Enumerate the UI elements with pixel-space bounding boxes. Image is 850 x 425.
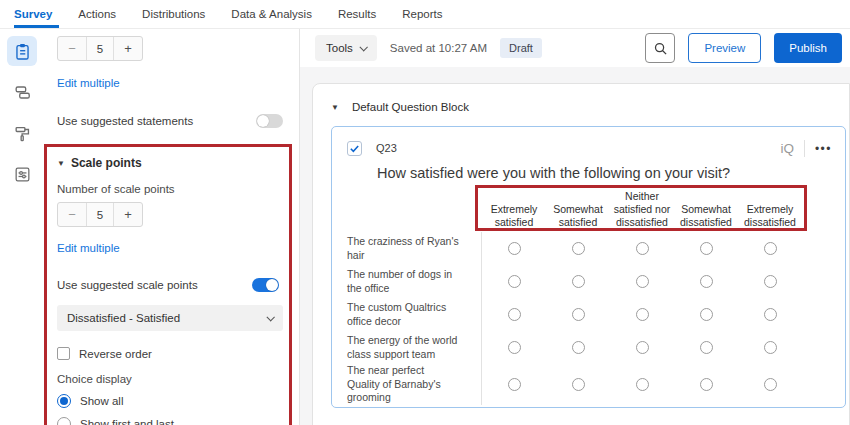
matrix-radio[interactable] xyxy=(636,341,649,354)
show-all-radio[interactable] xyxy=(57,394,71,408)
question-menu-button[interactable]: ••• xyxy=(815,142,832,156)
preview-button[interactable]: Preview xyxy=(688,33,761,63)
scale-points-count-stepper: − 5 + xyxy=(57,202,143,227)
iq-score-button[interactable]: iQ xyxy=(780,141,794,156)
question-header: Q23 xyxy=(347,138,845,158)
reverse-order-label: Reverse order xyxy=(79,348,152,360)
matrix-radio[interactable] xyxy=(636,275,649,288)
matrix-radio[interactable] xyxy=(508,242,521,255)
matrix-column-header[interactable]: Extremely dissatisfied xyxy=(738,187,802,232)
matrix-radio[interactable] xyxy=(572,275,585,288)
search-button[interactable] xyxy=(645,33,675,63)
chevron-down-icon xyxy=(266,313,274,321)
matrix-row: The craziness of Ryan's hair xyxy=(347,232,845,265)
qualtrics-survey-editor: Survey Actions Distributions Data & Anal… xyxy=(0,0,850,425)
matrix-radio[interactable] xyxy=(636,308,649,321)
tab-survey[interactable]: Survey xyxy=(14,0,65,28)
matrix-row: The number of dogs in the office xyxy=(347,265,845,298)
question-text[interactable]: How satisfied were you with the followin… xyxy=(377,165,845,181)
question-select-checkbox[interactable] xyxy=(347,141,362,156)
survey-options-icon[interactable] xyxy=(7,159,37,189)
matrix-radio[interactable] xyxy=(700,378,713,391)
matrix-radio[interactable] xyxy=(764,242,777,255)
show-all-label: Show all xyxy=(80,395,123,407)
publish-button[interactable]: Publish xyxy=(774,33,842,63)
block-title: Default Question Block xyxy=(352,101,469,113)
matrix-radio[interactable] xyxy=(572,242,585,255)
use-suggested-statements-toggle[interactable] xyxy=(256,114,283,128)
statements-minus-button[interactable]: − xyxy=(58,37,86,60)
scale-points-preset-value: Dissatisfied - Satisfied xyxy=(67,312,180,324)
matrix-radio[interactable] xyxy=(572,308,585,321)
matrix-radio[interactable] xyxy=(636,242,649,255)
tab-results[interactable]: Results xyxy=(325,0,389,28)
scale-points-minus-button[interactable]: − xyxy=(58,203,86,226)
matrix-radio[interactable] xyxy=(700,341,713,354)
matrix-radio[interactable] xyxy=(764,308,777,321)
scale-points-section-header[interactable]: ▼ Scale points xyxy=(57,156,279,170)
matrix-statement[interactable]: The craziness of Ryan's hair xyxy=(347,232,482,265)
show-first-last-label: Show first and last xyxy=(80,418,174,425)
edit-multiple-scale-points-link[interactable]: Edit multiple xyxy=(57,242,120,254)
matrix-row: The near perfect Quality of Barnaby's gr… xyxy=(347,364,845,397)
matrix-radio[interactable] xyxy=(764,341,777,354)
question-card-q23[interactable]: Q23 iQ ••• How satisfied were you with t… xyxy=(331,126,846,408)
tab-reports[interactable]: Reports xyxy=(389,0,455,28)
matrix-radio[interactable] xyxy=(572,341,585,354)
main-area: Tools Saved at 10:27 AM Draft Preview Pu… xyxy=(300,29,850,425)
question-block-container: ▼ Default Question Block Q23 xyxy=(312,83,850,425)
scale-points-count-value[interactable]: 5 xyxy=(86,203,114,226)
survey-flow-icon[interactable] xyxy=(7,77,37,107)
matrix-statement[interactable]: The near perfect Quality of Barnaby's gr… xyxy=(347,364,482,405)
matrix-radio[interactable] xyxy=(508,275,521,288)
tools-menu-button[interactable]: Tools xyxy=(315,35,377,61)
top-nav: Survey Actions Distributions Data & Anal… xyxy=(0,0,850,29)
matrix-statement[interactable]: The number of dogs in the office xyxy=(347,265,482,298)
scale-points-preset-dropdown[interactable]: Dissatisfied - Satisfied xyxy=(57,305,283,331)
survey-canvas: ▼ Default Question Block Q23 xyxy=(300,67,850,425)
scale-points-title: Scale points xyxy=(71,156,142,170)
show-first-last-radio[interactable] xyxy=(57,417,71,425)
matrix-radio[interactable] xyxy=(508,308,521,321)
statements-count-value[interactable]: 5 xyxy=(86,37,114,60)
matrix-column-header[interactable]: Neither satisfied nor dissatisfied xyxy=(610,187,674,232)
number-of-scale-points-label: Number of scale points xyxy=(57,183,279,195)
block-collapse-arrow-icon: ▼ xyxy=(331,103,339,112)
matrix-statement[interactable]: The energy of the world class support te… xyxy=(347,331,482,364)
tab-data-analysis[interactable]: Data & Analysis xyxy=(218,0,325,28)
editor-icon-strip xyxy=(0,29,44,425)
matrix-column-header[interactable]: Somewhat satisfied xyxy=(546,187,610,232)
matrix-column-header[interactable]: Somewhat dissatisfied xyxy=(674,187,738,232)
show-first-last-row: Show first and last xyxy=(57,417,279,425)
question-edit-panel: − 5 + Edit multiple Use suggested statem… xyxy=(44,29,300,425)
matrix-radio[interactable] xyxy=(700,308,713,321)
survey-builder-icon[interactable] xyxy=(7,36,37,66)
matrix-radio[interactable] xyxy=(764,275,777,288)
matrix-radio[interactable] xyxy=(700,275,713,288)
matrix-radio[interactable] xyxy=(764,378,777,391)
matrix-radio[interactable] xyxy=(508,341,521,354)
scale-points-plus-button[interactable]: + xyxy=(114,203,142,226)
matrix-radio[interactable] xyxy=(508,378,521,391)
checkmark-icon xyxy=(349,143,360,154)
tab-actions[interactable]: Actions xyxy=(65,0,129,28)
matrix-statement[interactable]: The custom Qualtrics office decor xyxy=(347,298,482,331)
look-and-feel-icon[interactable] xyxy=(7,118,37,148)
matrix-radio[interactable] xyxy=(572,378,585,391)
scale-points-annotation-box: ▼ Scale points Number of scale points − … xyxy=(44,144,292,425)
tab-distributions[interactable]: Distributions xyxy=(129,0,218,28)
matrix-header-row: Extremely satisfied Somewhat satisfied N… xyxy=(347,187,845,232)
use-suggested-statements-label: Use suggested statements xyxy=(57,115,193,127)
use-suggested-scale-points-toggle[interactable] xyxy=(252,278,279,292)
search-icon xyxy=(653,41,668,56)
reverse-order-checkbox[interactable] xyxy=(57,347,70,360)
edit-multiple-statements-link[interactable]: Edit multiple xyxy=(57,77,120,89)
matrix-radio[interactable] xyxy=(700,242,713,255)
block-header[interactable]: ▼ Default Question Block xyxy=(331,101,849,113)
matrix-row: The custom Qualtrics office decor xyxy=(347,298,845,331)
statements-plus-button[interactable]: + xyxy=(114,37,142,60)
matrix-table: Extremely satisfied Somewhat satisfied N… xyxy=(347,187,845,397)
choice-display-label: Choice display xyxy=(57,373,279,385)
matrix-radio[interactable] xyxy=(636,378,649,391)
matrix-column-header[interactable]: Extremely satisfied xyxy=(482,187,546,232)
